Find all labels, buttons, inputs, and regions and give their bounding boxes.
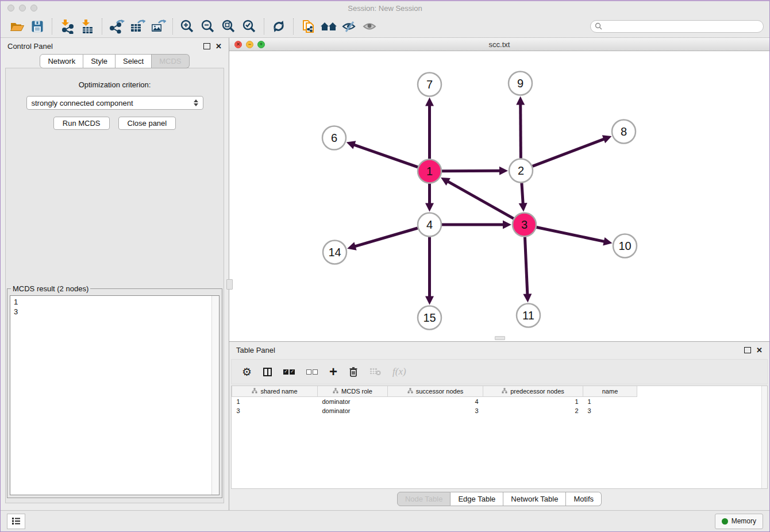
export-network-button[interactable] xyxy=(106,17,127,36)
table-tab-network-table[interactable]: Network Table xyxy=(503,492,566,506)
optimization-criterion-select[interactable]: strongly connected component xyxy=(26,96,203,110)
splitter-grip[interactable] xyxy=(226,279,233,290)
table-tab-edge-table[interactable]: Edge Table xyxy=(451,492,503,506)
mcds-result-item[interactable]: 3 xyxy=(14,307,215,317)
control-tab-mcds[interactable]: MCDS xyxy=(152,54,189,68)
zoom-in-button[interactable] xyxy=(177,17,198,36)
graph-edge-3-10[interactable] xyxy=(537,227,613,245)
graph-node-9[interactable]: 9 xyxy=(509,72,532,95)
apply-layout-button[interactable] xyxy=(268,17,289,36)
float-table-panel-icon[interactable] xyxy=(744,347,751,353)
table-tab-node-table[interactable]: Node Table xyxy=(397,492,451,506)
table-toolbar: ⚙ ✓ ✓ + xyxy=(231,359,768,384)
zoom-fit-icon xyxy=(221,19,236,34)
home-button[interactable] xyxy=(318,17,339,36)
export-table-icon xyxy=(129,19,145,34)
graph-edge-1-4[interactable] xyxy=(425,184,434,212)
graph-edge-1-7[interactable] xyxy=(425,98,434,159)
import-network-button[interactable] xyxy=(56,17,77,36)
zoom-out-button[interactable] xyxy=(198,17,218,36)
search-field[interactable] xyxy=(590,20,764,33)
export-table-button[interactable] xyxy=(127,17,148,36)
table-tab-motifs[interactable]: Motifs xyxy=(566,492,602,506)
graph-node-2[interactable]: 2 xyxy=(509,159,533,183)
svg-text:7: 7 xyxy=(426,78,433,91)
graph-edge-3-11[interactable] xyxy=(523,237,532,302)
settings-gear-icon[interactable]: ⚙ xyxy=(242,367,252,377)
graph-edge-1-2[interactable] xyxy=(442,167,508,175)
splitter-grip[interactable] xyxy=(495,336,505,340)
export-image-button[interactable] xyxy=(148,17,168,36)
eye-slash-icon xyxy=(341,20,357,33)
column-header-predecessor-nodes[interactable]: predecessor nodes xyxy=(483,386,583,397)
control-tab-select[interactable]: Select xyxy=(116,54,152,68)
table-row[interactable]: 3dominator323 xyxy=(232,406,637,415)
zoom-fit-button[interactable] xyxy=(218,17,239,36)
add-row-icon[interactable]: + xyxy=(329,366,337,377)
graph-node-14[interactable]: 14 xyxy=(323,241,346,264)
window-zoom-button[interactable] xyxy=(30,5,37,11)
close-panel-button[interactable]: Close panel xyxy=(118,117,176,130)
svg-text:14: 14 xyxy=(328,246,341,259)
graph-node-7[interactable]: 7 xyxy=(418,73,441,97)
show-columns-icon[interactable] xyxy=(263,368,272,376)
network-canvas[interactable]: 1234678910111415 xyxy=(229,51,769,341)
search-input[interactable] xyxy=(605,22,759,31)
import-table-button[interactable] xyxy=(77,17,98,36)
open-session-button[interactable] xyxy=(6,17,27,36)
result-scrollbar[interactable] xyxy=(211,296,219,495)
graph-node-10[interactable]: 10 xyxy=(613,234,637,258)
import-network-icon xyxy=(59,19,74,34)
network-graph[interactable]: 1234678910111415 xyxy=(229,51,769,341)
window-minimize-button[interactable] xyxy=(19,5,26,11)
control-panel: Control Panel ✕ NetworkStyleSelectMCDS O… xyxy=(1,38,229,510)
hide-view-button[interactable] xyxy=(339,17,360,36)
network-minimize-button[interactable]: − xyxy=(246,41,253,48)
network-window-titlebar[interactable]: ✕ − + scc.txt xyxy=(229,38,769,51)
window-close-button[interactable] xyxy=(7,5,14,11)
control-tab-style[interactable]: Style xyxy=(83,54,116,68)
main-area: Control Panel ✕ NetworkStyleSelectMCDS O… xyxy=(1,38,769,510)
control-tab-network[interactable]: Network xyxy=(40,54,83,68)
run-mcds-button[interactable]: Run MCDS xyxy=(53,117,110,130)
svg-text:9: 9 xyxy=(517,77,523,90)
control-panel-header: Control Panel ✕ xyxy=(1,38,229,54)
delete-rows-icon[interactable] xyxy=(349,367,358,377)
column-header-mcds-role[interactable]: MCDS role xyxy=(318,386,388,397)
table-row[interactable]: 1dominator411 xyxy=(232,397,637,407)
graph-edge-2-8[interactable] xyxy=(533,135,612,166)
save-session-button[interactable] xyxy=(27,17,48,36)
graph-edge-1-6[interactable] xyxy=(346,141,418,167)
graph-node-6[interactable]: 6 xyxy=(322,126,346,150)
graph-node-4[interactable]: 4 xyxy=(418,213,441,237)
graph-node-3[interactable]: 3 xyxy=(513,213,536,237)
column-header-successor-nodes[interactable]: successor nodes xyxy=(388,386,483,397)
graph-edge-4-3[interactable] xyxy=(442,221,511,229)
close-panel-icon[interactable]: ✕ xyxy=(215,43,222,50)
graph-node-11[interactable]: 11 xyxy=(517,304,540,327)
select-all-checkboxes-icon[interactable]: ✓ ✓ xyxy=(283,369,295,375)
graph-node-1[interactable]: 1 xyxy=(418,160,441,183)
network-maximize-button[interactable]: + xyxy=(257,41,265,48)
graph-edge-2-9[interactable] xyxy=(516,96,525,158)
column-header-name[interactable]: name xyxy=(583,386,637,397)
unselect-all-checkboxes-icon[interactable] xyxy=(306,369,318,375)
column-header-shared-name[interactable]: shared name xyxy=(232,386,318,397)
network-close-button[interactable]: ✕ xyxy=(234,41,242,48)
table-scrollbar[interactable] xyxy=(761,386,767,488)
graph-edge-3-1[interactable] xyxy=(441,178,514,218)
float-panel-icon[interactable] xyxy=(203,43,210,49)
graph-node-8[interactable]: 8 xyxy=(612,120,636,144)
close-table-panel-icon[interactable]: ✕ xyxy=(756,346,763,354)
graph-edge-4-14[interactable] xyxy=(347,228,418,250)
memory-button[interactable]: Memory xyxy=(715,514,763,529)
graph-node-15[interactable]: 15 xyxy=(418,306,441,330)
copy-network-view-button[interactable] xyxy=(298,17,318,36)
mcds-result-list: 13 xyxy=(10,295,220,495)
show-view-button[interactable] xyxy=(360,17,380,36)
graph-edge-4-15[interactable] xyxy=(425,237,434,305)
mcds-result-item[interactable]: 1 xyxy=(14,297,215,307)
task-history-button[interactable] xyxy=(7,514,25,529)
zoom-selected-button[interactable] xyxy=(239,17,260,36)
graph-edge-2-3[interactable] xyxy=(519,183,528,211)
